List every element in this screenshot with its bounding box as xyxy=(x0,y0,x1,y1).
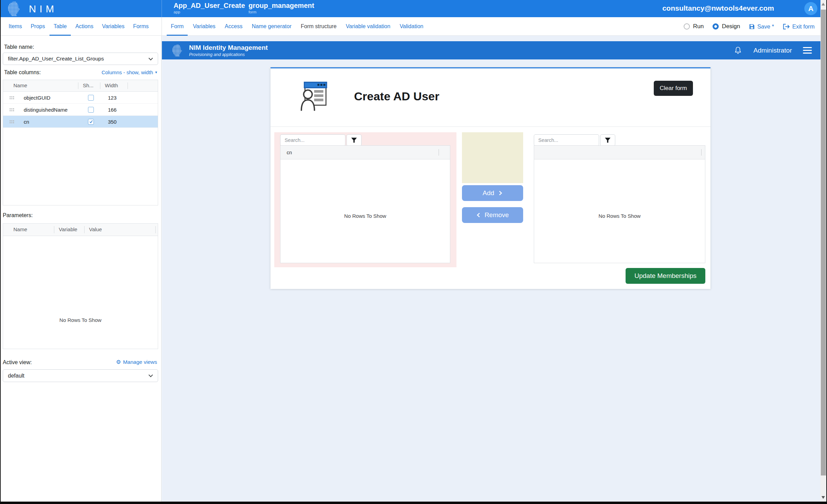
tab-actions[interactable]: Actions xyxy=(75,17,93,36)
design-label: Design xyxy=(722,23,740,30)
page-title: Create AD User xyxy=(354,90,439,103)
table-row-objectGUID[interactable]: objectGUID 123 xyxy=(3,92,158,104)
exit-label: Exit form xyxy=(792,23,815,30)
header-separator xyxy=(84,226,85,233)
columns-menu-button[interactable]: Columns - show, width ▾ xyxy=(101,69,157,75)
column-resize-handle[interactable] xyxy=(439,149,439,156)
bell-icon[interactable] xyxy=(734,46,742,55)
scroll-down-arrow[interactable] xyxy=(822,496,825,499)
left-panel-tabs: Items Props Table Actions Variables Form… xyxy=(9,17,148,36)
tab-variables[interactable]: Variables xyxy=(102,17,125,36)
filter-icon xyxy=(604,137,611,143)
tab-items[interactable]: Items xyxy=(9,17,22,36)
table-name-label: Table name: xyxy=(4,44,34,50)
vertical-scrollbar[interactable] xyxy=(820,0,826,502)
user-name[interactable]: Administrator xyxy=(753,47,792,54)
parameters-label: Parameters: xyxy=(3,212,33,219)
empty-rows-text: No Rows To Show xyxy=(280,213,450,219)
save-button[interactable]: Save * xyxy=(749,23,774,30)
active-view-value: default xyxy=(8,373,24,379)
chevron-down-icon xyxy=(148,373,153,377)
tab-validation[interactable]: Validation xyxy=(400,17,423,36)
brand-text: NIM xyxy=(29,3,57,15)
tab-form-structure[interactable]: Form structure xyxy=(301,17,337,36)
tab-form-variables[interactable]: Variables xyxy=(193,17,216,36)
breadcrumb-app[interactable]: App_AD_User_Create app xyxy=(174,2,245,14)
available-search-row xyxy=(280,134,362,146)
identity-title: NIM Identity Management xyxy=(189,44,268,52)
identity-title-block: NIM Identity Management Provisioning and… xyxy=(189,44,268,57)
header-separator xyxy=(54,226,54,233)
table-row-cn[interactable]: cn 350 xyxy=(3,116,158,128)
add-label: Add xyxy=(483,189,494,197)
design-mode-option[interactable]: Design xyxy=(713,23,740,30)
nim-logo-icon xyxy=(171,44,184,57)
active-view-label: Active view: xyxy=(3,359,32,366)
tab-table[interactable]: Table xyxy=(54,17,67,36)
toolbar: Items Props Table Actions Variables Form… xyxy=(0,17,827,36)
breadcrumb-form[interactable]: group_management form xyxy=(249,2,314,14)
col-header-width: Width xyxy=(105,82,118,88)
run-mode-option[interactable]: Run xyxy=(684,23,704,30)
scrollbar-thumb[interactable] xyxy=(821,10,826,475)
table-row-distinguishedName[interactable]: distinguishedName 166 xyxy=(3,104,158,116)
active-view-select[interactable]: default xyxy=(3,369,158,382)
tab-variable-validation[interactable]: Variable validation xyxy=(346,17,390,36)
exit-form-button[interactable]: Exit form xyxy=(783,23,815,30)
col-header-show: Sh... xyxy=(83,82,93,88)
column-width: 350 xyxy=(108,119,117,125)
header-separator xyxy=(155,226,156,233)
clear-form-button[interactable]: Clear form xyxy=(654,81,693,96)
scroll-up-arrow[interactable] xyxy=(822,3,825,5)
table-columns-label: Table columns: xyxy=(4,69,41,76)
available-groups-list: cn No Rows To Show xyxy=(280,145,450,263)
run-radio[interactable] xyxy=(684,23,690,30)
drag-handle-icon[interactable] xyxy=(9,108,14,112)
tab-props[interactable]: Props xyxy=(31,17,45,36)
search-input[interactable] xyxy=(534,134,599,146)
tab-form[interactable]: Form xyxy=(171,17,184,36)
remove-button[interactable]: Remove xyxy=(462,207,523,223)
remove-label: Remove xyxy=(485,211,509,219)
avatar[interactable]: A xyxy=(804,2,817,15)
search-input[interactable] xyxy=(280,134,345,146)
column-resize-handle[interactable] xyxy=(701,149,702,156)
form-tabs: Form Variables Access Name generator For… xyxy=(171,17,423,36)
caret-down-icon: ▾ xyxy=(155,70,157,75)
show-checkbox[interactable] xyxy=(88,95,94,101)
menu-icon[interactable] xyxy=(803,47,812,54)
identity-actions: Administrator xyxy=(734,46,812,55)
form-title: group_management xyxy=(249,2,314,10)
update-memberships-button[interactable]: Update Memberships xyxy=(626,268,705,284)
add-button[interactable]: Add xyxy=(462,185,523,201)
tab-access[interactable]: Access xyxy=(225,17,243,36)
filter-icon xyxy=(351,137,357,143)
col-header-name: Name xyxy=(13,82,27,88)
drag-handle-icon[interactable] xyxy=(9,120,14,124)
selection-highlight-panel xyxy=(462,132,523,183)
show-checkbox-checked[interactable] xyxy=(88,119,94,125)
app-title: App_AD_User_Create xyxy=(174,2,245,10)
run-label: Run xyxy=(693,23,704,30)
table-name-select[interactable]: filter.App_AD_User_Create_List_Groups xyxy=(3,53,158,65)
filter-button[interactable] xyxy=(600,134,615,146)
design-radio[interactable] xyxy=(713,23,719,30)
identity-bar: NIM Identity Management Provisioning and… xyxy=(162,41,821,59)
main-area: NIM Identity Management Provisioning and… xyxy=(162,36,821,502)
drag-handle-icon[interactable] xyxy=(9,96,14,100)
tab-forms[interactable]: Forms xyxy=(133,17,148,36)
app-subtitle: app xyxy=(174,10,245,14)
show-checkbox[interactable] xyxy=(88,107,94,113)
param-header-name: Name xyxy=(13,226,27,232)
parameters-empty-text: No Rows To Show xyxy=(3,317,158,323)
tab-name-generator[interactable]: Name generator xyxy=(252,17,291,36)
app-window: NIM App_AD_User_Create app group_managem… xyxy=(0,0,827,504)
chevron-left-icon xyxy=(476,213,481,217)
filter-button[interactable] xyxy=(346,134,362,146)
save-label: Save * xyxy=(757,23,774,30)
toolbar-divider xyxy=(162,17,162,36)
manage-views-button[interactable]: ⚙ Manage views xyxy=(116,359,157,365)
brand[interactable]: NIM xyxy=(6,1,57,16)
window-edge xyxy=(0,0,1,504)
column-name: distinguishedName xyxy=(24,107,68,113)
